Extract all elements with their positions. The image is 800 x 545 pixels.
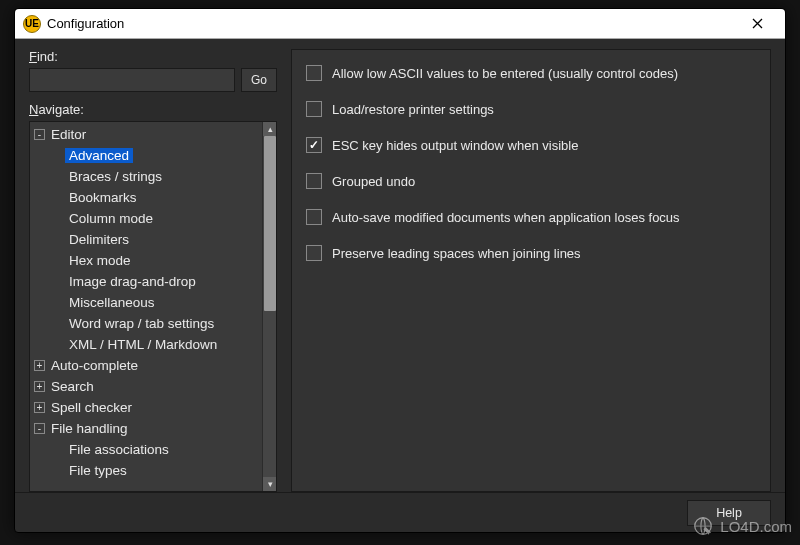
- option-row[interactable]: Grouped undo: [306, 170, 756, 192]
- option-label: Preserve leading spaces when joining lin…: [332, 246, 581, 261]
- tree-item[interactable]: +Search: [30, 376, 262, 397]
- tree-item-label: Word wrap / tab settings: [65, 316, 218, 331]
- option-label: Load/restore printer settings: [332, 102, 494, 117]
- tree-item-label: Editor: [47, 127, 90, 142]
- tree-item[interactable]: Column mode: [30, 208, 262, 229]
- tree-scrollbar[interactable]: ▴ ▾: [262, 122, 276, 491]
- options-panel: Allow low ASCII values to be entered (us…: [291, 49, 771, 492]
- scroll-down-button[interactable]: ▾: [263, 477, 277, 491]
- tree-item-label: File types: [65, 463, 131, 478]
- tree-item-label: File handling: [47, 421, 132, 436]
- expander-icon[interactable]: +: [34, 360, 45, 371]
- tree-item[interactable]: Word wrap / tab settings: [30, 313, 262, 334]
- tree-item[interactable]: File associations: [30, 439, 262, 460]
- tree-item-label: Spell checker: [47, 400, 136, 415]
- option-row[interactable]: Preserve leading spaces when joining lin…: [306, 242, 756, 264]
- tree-item-label: Column mode: [65, 211, 157, 226]
- scroll-up-button[interactable]: ▴: [263, 122, 277, 136]
- app-icon: UE: [23, 15, 41, 33]
- checkbox[interactable]: [306, 101, 322, 117]
- option-label: Allow low ASCII values to be entered (us…: [332, 66, 678, 81]
- checkbox[interactable]: [306, 209, 322, 225]
- settings-tree[interactable]: -EditorAdvancedBraces / stringsBookmarks…: [30, 122, 262, 491]
- tree-item[interactable]: +Spell checker: [30, 397, 262, 418]
- option-label: Grouped undo: [332, 174, 415, 189]
- tree-item-label: Image drag-and-drop: [65, 274, 200, 289]
- tree-item[interactable]: Bookmarks: [30, 187, 262, 208]
- tree-item[interactable]: Miscellaneous: [30, 292, 262, 313]
- tree-item-label: Search: [47, 379, 98, 394]
- option-label: ESC key hides output window when visible: [332, 138, 578, 153]
- tree-item-label: File associations: [65, 442, 173, 457]
- help-button[interactable]: Help: [687, 500, 771, 526]
- tree-item-label: Advanced: [65, 148, 133, 163]
- tree-item[interactable]: +Auto-complete: [30, 355, 262, 376]
- tree-item[interactable]: XML / HTML / Markdown: [30, 334, 262, 355]
- option-row[interactable]: Load/restore printer settings: [306, 98, 756, 120]
- tree-item-label: Auto-complete: [47, 358, 142, 373]
- tree-item[interactable]: Braces / strings: [30, 166, 262, 187]
- checkbox[interactable]: [306, 173, 322, 189]
- titlebar: UE Configuration: [15, 9, 785, 39]
- tree-item-label: Braces / strings: [65, 169, 166, 184]
- tree-item-label: Hex mode: [65, 253, 135, 268]
- find-input[interactable]: [29, 68, 235, 92]
- expander-icon[interactable]: +: [34, 381, 45, 392]
- tree-item-label: Delimiters: [65, 232, 133, 247]
- tree-item[interactable]: -File handling: [30, 418, 262, 439]
- tree-item[interactable]: File types: [30, 460, 262, 481]
- left-panel: Find: Go Navigate: -EditorAdvancedBraces…: [29, 49, 277, 492]
- option-row[interactable]: Allow low ASCII values to be entered (us…: [306, 62, 756, 84]
- tree-item[interactable]: Hex mode: [30, 250, 262, 271]
- go-button[interactable]: Go: [241, 68, 277, 92]
- expander-icon[interactable]: -: [34, 129, 45, 140]
- tree-item[interactable]: Delimiters: [30, 229, 262, 250]
- tree-item-label: Miscellaneous: [65, 295, 159, 310]
- expander-icon[interactable]: -: [34, 423, 45, 434]
- find-label: Find:: [29, 49, 277, 64]
- checkbox[interactable]: [306, 65, 322, 81]
- configuration-dialog: UE Configuration Find: Go Navigate: -Edi…: [14, 8, 786, 533]
- tree-item[interactable]: -Editor: [30, 124, 262, 145]
- option-row[interactable]: Auto-save modified documents when applic…: [306, 206, 756, 228]
- scroll-thumb[interactable]: [264, 136, 276, 311]
- dialog-body: Find: Go Navigate: -EditorAdvancedBraces…: [15, 39, 785, 492]
- option-row[interactable]: ESC key hides output window when visible: [306, 134, 756, 156]
- window-title: Configuration: [47, 16, 124, 31]
- navigate-label: Navigate:: [29, 102, 277, 117]
- tree-item-label: Bookmarks: [65, 190, 141, 205]
- expander-icon[interactable]: +: [34, 402, 45, 413]
- tree-item[interactable]: Image drag-and-drop: [30, 271, 262, 292]
- option-label: Auto-save modified documents when applic…: [332, 210, 680, 225]
- dialog-footer: Help: [15, 492, 785, 532]
- tree-item-label: XML / HTML / Markdown: [65, 337, 221, 352]
- checkbox[interactable]: [306, 245, 322, 261]
- tree-container: -EditorAdvancedBraces / stringsBookmarks…: [29, 121, 277, 492]
- checkbox[interactable]: [306, 137, 322, 153]
- close-button[interactable]: [737, 10, 777, 38]
- tree-item[interactable]: Advanced: [30, 145, 262, 166]
